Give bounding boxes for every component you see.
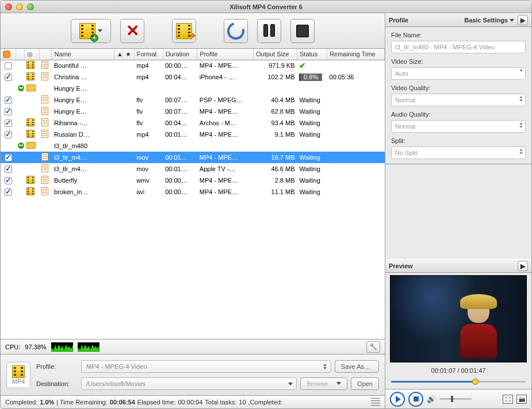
video-quality-label: Video Quality: (391, 84, 526, 91)
document-icon (41, 118, 48, 126)
table-row[interactable]: Rihanna -…flv00:04…Archos - M…93.4 MBWai… (1, 117, 385, 129)
row-checkbox[interactable] (5, 108, 12, 115)
basic-settings-menu[interactable]: Basic Settings (464, 17, 514, 24)
film-add-icon: + (79, 23, 95, 39)
document-icon (41, 72, 48, 80)
table-row[interactable]: Butterflywmv00:00…MP4 - MPE…2.8 MBWaitin… (1, 175, 385, 186)
row-checkbox[interactable] (5, 119, 12, 127)
document-icon (41, 130, 48, 138)
convert-icon (224, 19, 248, 43)
progress-bar: 0.8% (299, 74, 322, 81)
table-row[interactable]: t3_tlr_m4…mov00:01…MP4 - MPE…16.7 MBWait… (1, 152, 385, 163)
destination-label: Destination: (36, 380, 78, 387)
pause-button[interactable] (257, 19, 281, 43)
pause-icon (262, 24, 276, 38)
audio-quality-label: Audio Quality: (391, 111, 526, 118)
video-icon (26, 118, 35, 126)
file-name-input[interactable]: t3_tlr_m480 - MP4 - MPEG-4 Video (391, 41, 526, 53)
video-icon (26, 176, 35, 184)
folder-icon (26, 142, 36, 149)
preview-video[interactable] (390, 275, 527, 362)
profile-select[interactable]: MP4 - MPEG-4 Video (81, 360, 331, 373)
save-as-button[interactable]: Save As… (335, 360, 379, 373)
collapse-icon[interactable] (18, 85, 24, 91)
table-row[interactable]: Russian D…mp400:01…MP4 - MPE…9.1 MBWaiti… (1, 129, 385, 140)
document-icon (41, 153, 48, 161)
settings-button[interactable]: 🔧 (366, 341, 380, 353)
audio-quality-select[interactable]: Normal (391, 120, 526, 133)
format-badge-icon: MP4 (6, 362, 30, 388)
row-checkbox[interactable] (5, 154, 12, 161)
dropdown-caret-icon (98, 29, 102, 32)
table-row[interactable]: Hungry E…flv00:07…MP4 - MPE…62.8 MBWaiti… (1, 106, 385, 117)
table-header[interactable]: ◎ Name ▲ ★ Format Duration Profile Outpu… (1, 49, 385, 60)
document-icon (41, 61, 48, 69)
video-icon (26, 61, 35, 69)
window-title: Xilisoft MP4 Converter 6 (1, 3, 531, 10)
film-export-icon: ➔ (176, 23, 192, 39)
folder-icon (26, 84, 36, 91)
collapse-icon[interactable] (18, 142, 24, 149)
titlebar: Xilisoft MP4 Converter 6 (1, 1, 531, 13)
destination-select[interactable]: /Users/xilisoft/Movies (81, 377, 297, 390)
video-quality-select[interactable]: Normal (391, 94, 526, 106)
row-checkbox[interactable] (5, 177, 12, 184)
open-button[interactable]: Open (351, 377, 379, 390)
table-row[interactable]: t3_tlr_m480 (1, 140, 385, 152)
volume-slider[interactable] (439, 398, 472, 400)
table-row[interactable]: broken_in…avi00:00…MP4 - MPE…11.1 MBWait… (1, 186, 385, 198)
seek-slider[interactable] (391, 377, 526, 385)
document-icon (41, 107, 48, 115)
remove-button[interactable]: ✕ (120, 19, 144, 43)
cpu-value: 97.38% (25, 344, 46, 350)
remove-icon: ✕ (126, 21, 139, 40)
play-button[interactable] (390, 392, 405, 407)
document-icon (41, 176, 48, 184)
profile-panel: File Name: t3_tlr_m480 - MP4 - MPEG-4 Vi… (385, 27, 531, 164)
collapse-preview-button[interactable]: ▶ (518, 261, 528, 271)
document-icon (41, 95, 48, 103)
convert-button[interactable] (224, 19, 248, 43)
select-all-checkbox[interactable] (3, 51, 10, 58)
video-icon (26, 187, 35, 195)
play-icon (396, 396, 401, 403)
fullscreen-button[interactable]: ⛶ (503, 395, 513, 404)
volume-icon[interactable]: 🔊 (427, 395, 436, 403)
file-table[interactable]: ◎ Name ▲ ★ Format Duration Profile Outpu… (1, 49, 385, 339)
table-row[interactable]: t3_tlr_m4…mov00:01…Apple TV -…46.6 MBWai… (1, 163, 385, 175)
row-checkbox[interactable] (5, 131, 12, 138)
cpu-graph-icon (51, 342, 73, 352)
table-row[interactable]: Christina …mp400:04…iPhone4 - …102.2 MB0… (1, 71, 385, 83)
split-label: Split: (391, 137, 526, 144)
table-row[interactable]: Hungry E…flv00:07…PSP - MPEG…40.4 MBWait… (1, 94, 385, 106)
task-list-icon[interactable] (371, 398, 380, 406)
row-checkbox[interactable] (5, 74, 12, 81)
browse-button[interactable]: Browse… (300, 377, 347, 390)
profile-label: Profile: (36, 363, 78, 370)
player-controls: 🔊 ⛶ 📷 (385, 389, 531, 408)
video-icon (26, 130, 35, 138)
cpu-graph-icon (78, 342, 99, 352)
add-file-button[interactable]: + (71, 19, 111, 43)
row-checkbox[interactable] (5, 165, 12, 173)
video-size-label: Video Size: (391, 58, 526, 65)
table-row[interactable]: Bountiful …mp400:00…MP4 - MPE…971.9 KB✔ (1, 60, 385, 71)
stop-square-icon (414, 396, 419, 402)
split-select[interactable]: No Split (391, 146, 526, 159)
video-size-select[interactable]: Auto (391, 67, 526, 80)
video-icon (26, 72, 35, 80)
row-checkbox[interactable] (5, 188, 12, 196)
player-stop-button[interactable] (408, 392, 423, 407)
collapse-profile-button[interactable]: ▶ (518, 15, 528, 25)
playback-time: 00:01:07 / 00:01:47 (385, 365, 531, 376)
row-checkbox[interactable] (5, 97, 12, 104)
stop-button[interactable] (290, 19, 315, 43)
stop-icon (296, 25, 309, 37)
table-row[interactable]: Hungry E… (1, 83, 385, 94)
output-panel: MP4 Profile: MP4 - MPEG-4 Video Save As…… (1, 354, 385, 396)
document-icon (41, 187, 48, 195)
snapshot-button[interactable]: 📷 (516, 395, 527, 404)
row-checkbox[interactable] (5, 62, 12, 70)
cpu-bar: CPU:97.38% 🔧 (1, 339, 385, 354)
export-button[interactable]: ➔ (172, 19, 196, 43)
